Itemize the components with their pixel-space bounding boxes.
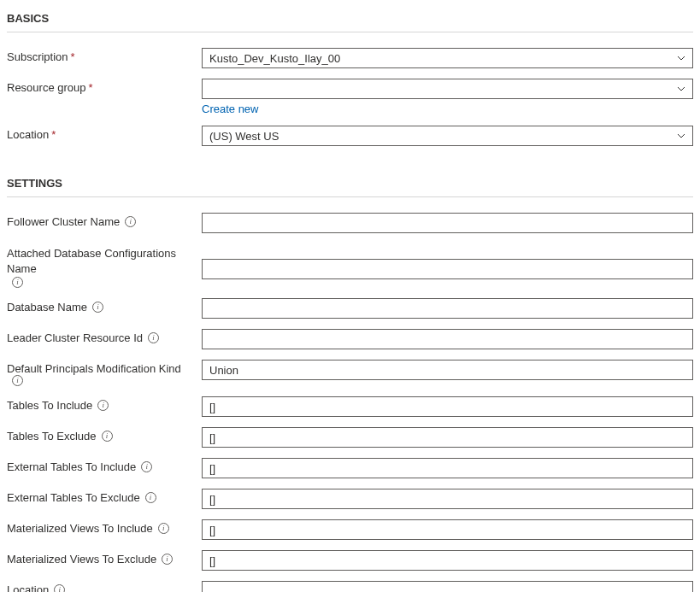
tables-to-include-input[interactable] (202, 396, 693, 417)
external-tables-to-exclude-label: External Tables To Exclude i (7, 489, 202, 504)
info-icon[interactable]: i (125, 216, 136, 227)
resource-group-label: Resource group * (7, 79, 202, 94)
info-icon[interactable]: i (148, 332, 159, 343)
resource-group-row: Resource group * Create new (7, 73, 693, 120)
external-tables-to-include-label: External Tables To Include i (7, 458, 202, 473)
location-settings-input[interactable] (202, 581, 693, 592)
location-settings-row: Location i (7, 576, 693, 592)
settings-header: SETTINGS (7, 170, 693, 197)
info-icon[interactable]: i (97, 400, 109, 411)
subscription-value: Kusto_Dev_Kusto_Ilay_00 (209, 52, 340, 65)
external-tables-to-include-input[interactable] (202, 458, 693, 478)
location-basics-row: Location * (US) West US (7, 120, 693, 151)
follower-cluster-name-label-text: Follower Cluster Name (7, 215, 120, 228)
info-icon[interactable]: i (12, 277, 23, 288)
materialized-views-to-include-label-text: Materialized Views To Include (7, 522, 153, 535)
materialized-views-to-exclude-label: Materialized Views To Exclude i (7, 550, 202, 566)
leader-cluster-resource-id-label-text: Leader Cluster Resource Id (7, 331, 143, 344)
required-indicator: * (71, 50, 75, 63)
tables-to-exclude-input[interactable] (202, 427, 693, 448)
attached-db-config-name-label: Attached Database Configurations Name i (7, 243, 202, 288)
required-indicator: * (51, 128, 56, 141)
subscription-select[interactable]: Kusto_Dev_Kusto_Ilay_00 (202, 48, 693, 68)
database-name-label: Database Name i (7, 298, 202, 314)
default-principals-modification-kind-input[interactable] (202, 360, 693, 380)
info-icon[interactable]: i (54, 584, 65, 592)
tables-to-include-label: Tables To Include i (7, 396, 202, 412)
location-settings-label-text: Location (7, 583, 49, 592)
tables-to-include-row: Tables To Include i (7, 391, 693, 422)
location-basics-label: Location * (7, 126, 202, 141)
attached-db-config-name-label-text: Attached Database Configurations Name (7, 246, 195, 277)
default-principals-modification-kind-row: Default Principals Modification Kind i (7, 355, 693, 391)
follower-cluster-name-label: Follower Cluster Name i (7, 213, 202, 228)
external-tables-to-exclude-row: External Tables To Exclude i (7, 484, 693, 514)
resource-group-select[interactable] (202, 79, 693, 99)
leader-cluster-resource-id-label: Leader Cluster Resource Id i (7, 329, 202, 344)
database-name-label-text: Database Name (7, 301, 87, 314)
database-name-row: Database Name i (7, 293, 693, 324)
leader-cluster-resource-id-row: Leader Cluster Resource Id i (7, 324, 693, 355)
materialized-views-to-exclude-input[interactable] (202, 550, 693, 571)
default-principals-modification-kind-label: Default Principals Modification Kind i (7, 360, 202, 386)
resource-group-label-text: Resource group (7, 81, 86, 94)
materialized-views-to-include-label: Materialized Views To Include i (7, 519, 202, 535)
database-name-input[interactable] (202, 298, 693, 319)
basics-header: BASICS (7, 5, 693, 32)
external-tables-to-include-row: External Tables To Include i (7, 453, 693, 484)
info-icon[interactable]: i (162, 554, 173, 565)
attached-db-config-name-row: Attached Database Configurations Name i (7, 238, 693, 293)
location-settings-label: Location i (7, 581, 202, 592)
info-icon[interactable]: i (12, 375, 23, 386)
attached-db-config-name-input[interactable] (202, 259, 693, 279)
tables-to-exclude-label: Tables To Exclude i (7, 427, 202, 443)
materialized-views-to-exclude-label-text: Materialized Views To Exclude (7, 553, 156, 566)
info-icon[interactable]: i (92, 302, 103, 313)
location-basics-value: (US) West US (209, 130, 279, 143)
external-tables-to-include-label-text: External Tables To Include (7, 460, 136, 473)
external-tables-to-exclude-input[interactable] (202, 489, 693, 509)
info-icon[interactable]: i (145, 492, 156, 503)
info-icon[interactable]: i (102, 431, 113, 442)
leader-cluster-resource-id-input[interactable] (202, 329, 693, 349)
subscription-row: Subscription * Kusto_Dev_Kusto_Ilay_00 (7, 43, 693, 73)
default-principals-modification-kind-label-text: Default Principals Modification Kind (7, 362, 181, 375)
materialized-views-to-include-row: Materialized Views To Include i (7, 514, 693, 545)
materialized-views-to-include-input[interactable] (202, 519, 693, 540)
subscription-label: Subscription * (7, 48, 202, 63)
info-icon[interactable]: i (158, 523, 169, 534)
location-basics-label-text: Location (7, 128, 49, 141)
create-new-link[interactable]: Create new (202, 103, 258, 115)
follower-cluster-name-row: Follower Cluster Name i (7, 208, 693, 238)
materialized-views-to-exclude-row: Materialized Views To Exclude i (7, 545, 693, 576)
info-icon[interactable]: i (141, 461, 152, 472)
subscription-label-text: Subscription (7, 50, 68, 63)
tables-to-include-label-text: Tables To Include (7, 399, 92, 412)
location-basics-select[interactable]: (US) West US (202, 126, 693, 146)
external-tables-to-exclude-label-text: External Tables To Exclude (7, 491, 140, 504)
tables-to-exclude-label-text: Tables To Exclude (7, 430, 97, 443)
tables-to-exclude-row: Tables To Exclude i (7, 422, 693, 453)
follower-cluster-name-input[interactable] (202, 213, 693, 233)
required-indicator: * (89, 81, 93, 94)
